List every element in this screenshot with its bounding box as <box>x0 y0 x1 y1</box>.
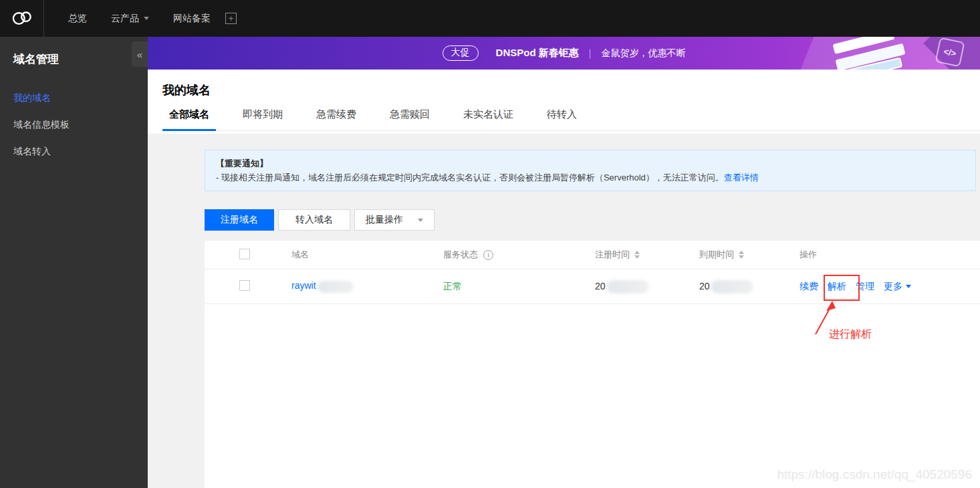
column-expiry-time-label: 到期时间 <box>699 249 734 261</box>
red-arrow-icon <box>809 299 849 337</box>
more-dropdown-link[interactable]: 更多 <box>884 281 911 293</box>
more-label: 更多 <box>884 281 902 293</box>
nav-item-overview-label: 总览 <box>68 13 87 25</box>
operations-cell: 续费 解析 进行解析 管理 更多 <box>800 281 980 293</box>
collapse-chevrons-icon: « <box>137 49 142 60</box>
column-expiry-time: 到期时间 <box>699 249 800 261</box>
annotation-text: 进行解析 <box>829 328 872 342</box>
tencent-cloud-logo[interactable] <box>0 0 44 37</box>
tab-unverified[interactable]: 未实名认证 <box>457 108 520 130</box>
card-shape <box>833 37 895 54</box>
page: 总览 云产品 网站备案 + 域名管理 « 我的域名 域名信息模板 域名转入 大促… <box>0 0 980 488</box>
promo-subtitle: 金鼠贺岁，优惠不断 <box>601 47 685 59</box>
laptop-shape <box>828 57 903 70</box>
tab-expiring-soon[interactable]: 即将到期 <box>236 108 289 130</box>
content-area: 【重要通知】 - 现接相关注册局通知，域名注册后必须在规定时间内完成域名实名认证… <box>148 134 980 488</box>
tab-all-domains[interactable]: 全部域名 <box>162 108 216 131</box>
table-row: raywit 正常 20 20 续费 解析 <box>205 269 980 304</box>
card-shape <box>835 43 905 70</box>
domain-cell: raywit <box>291 280 443 292</box>
chevron-down-icon <box>906 285 911 288</box>
chevron-down-icon <box>418 219 423 222</box>
resolve-annotation-wrapper: 解析 进行解析 <box>828 281 856 293</box>
chevron-down-icon <box>144 17 149 20</box>
batch-operation-label: 批量操作 <box>366 214 403 226</box>
resolve-link[interactable]: 解析 <box>828 281 846 293</box>
select-all-checkbox[interactable] <box>239 249 250 259</box>
cloud-logo-icon <box>9 9 35 29</box>
transfer-in-domain-button[interactable]: 转入域名 <box>278 209 350 231</box>
info-icon[interactable]: i <box>483 250 493 260</box>
promo-title: DNSPod 新春钜惠 <box>496 47 579 59</box>
blurred-registration-date <box>607 280 648 293</box>
sidebar-item-my-domains[interactable]: 我的域名 <box>0 85 148 112</box>
page-title: 我的域名 <box>162 82 980 98</box>
sidebar-collapse-button[interactable]: « <box>132 41 148 67</box>
registration-time-cell: 20 <box>595 280 699 293</box>
blurred-expiry-date <box>711 280 753 293</box>
column-registration-time-label: 注册时间 <box>595 249 630 261</box>
promo-badge: 大促 <box>443 45 479 61</box>
row-checkbox[interactable] <box>239 280 250 291</box>
registration-year-prefix: 20 <box>595 280 606 291</box>
table-header-row: 域名 服务状态 i 注册时间 到期时间 操作 <box>205 241 980 269</box>
tab-urgent-redemption[interactable]: 急需赎回 <box>383 108 437 130</box>
column-domain: 域名 <box>291 249 443 261</box>
notice-body-line: - 现接相关注册局通知，域名注册后必须在规定时间内完成域名实名认证，否则会被注册… <box>216 170 965 185</box>
nav-item-cloud-products-label: 云产品 <box>111 13 139 25</box>
promo-banner[interactable]: 大促 DNSPod 新春钜惠 ｜ 金鼠贺岁，优惠不断 </> <box>148 37 980 70</box>
code-badge-icon: </> <box>935 37 965 67</box>
sort-icon[interactable] <box>634 251 640 259</box>
manage-link[interactable]: 管理 <box>856 281 874 293</box>
nav-item-overview[interactable]: 总览 <box>68 13 87 25</box>
column-operations-label: 操作 <box>800 249 817 261</box>
domain-table: 域名 服务状态 i 注册时间 到期时间 操作 <box>205 241 980 488</box>
sidebar-item-domain-transfer-in[interactable]: 域名转入 <box>0 138 148 165</box>
add-services-grid-icon[interactable]: + <box>225 13 237 24</box>
expiry-time-cell: 20 <box>699 280 800 293</box>
notice-title: 【重要通知】 <box>216 156 965 170</box>
blurred-domain-suffix <box>318 281 354 293</box>
column-registration-time: 注册时间 <box>595 249 699 261</box>
promo-separator: ｜ <box>586 47 595 59</box>
nav-item-website-record[interactable]: 网站备案 <box>173 13 211 25</box>
sort-icon[interactable] <box>739 251 744 259</box>
column-service-status-label: 服务状态 <box>443 249 478 261</box>
main-header: 我的域名 全部域名 即将到期 急需续费 急需赎回 未实名认证 待转入 <box>148 70 980 134</box>
sidebar: 域名管理 « 我的域名 域名信息模板 域名转入 <box>0 37 148 488</box>
important-notice: 【重要通知】 - 现接相关注册局通知，域名注册后必须在规定时间内完成域名实名认证… <box>205 150 976 191</box>
promo-illustration: </> <box>739 37 980 70</box>
watermark: https://blog.csdn.net/qq_40520596 <box>777 467 972 482</box>
view-details-link[interactable]: 查看详情 <box>724 172 759 182</box>
notice-body: - 现接相关注册局通知，域名注册后必须在规定时间内完成域名实名认证，否则会被注册… <box>216 172 724 182</box>
column-service-status: 服务状态 i <box>443 249 595 261</box>
column-domain-label: 域名 <box>291 249 309 261</box>
tab-bar: 全部域名 即将到期 急需续费 急需赎回 未实名认证 待转入 <box>162 108 980 131</box>
renew-link[interactable]: 续费 <box>800 281 818 293</box>
toolbar: 注册域名 转入域名 批量操作 <box>205 209 980 231</box>
diagonal-band-shape <box>795 37 980 70</box>
batch-operation-dropdown[interactable]: 批量操作 <box>354 209 435 231</box>
status-badge: 正常 <box>443 281 595 293</box>
sidebar-title: 域名管理 <box>13 51 148 67</box>
nav-item-website-record-label: 网站备案 <box>173 13 211 25</box>
corner-shape <box>923 37 980 70</box>
column-operations: 操作 <box>800 249 980 261</box>
tab-pending-transfer[interactable]: 待转入 <box>540 108 584 130</box>
sidebar-item-domain-info-template[interactable]: 域名信息模板 <box>0 112 148 138</box>
register-domain-button[interactable]: 注册域名 <box>205 209 274 231</box>
nav-item-cloud-products[interactable]: 云产品 <box>111 13 149 25</box>
expiry-year-prefix: 20 <box>699 280 710 291</box>
top-navbar: 总览 云产品 网站备案 + <box>0 0 980 37</box>
sidebar-menu: 我的域名 域名信息模板 域名转入 <box>0 85 148 165</box>
tab-urgent-renewal[interactable]: 急需续费 <box>310 108 363 130</box>
domain-link[interactable]: raywit <box>291 280 316 291</box>
